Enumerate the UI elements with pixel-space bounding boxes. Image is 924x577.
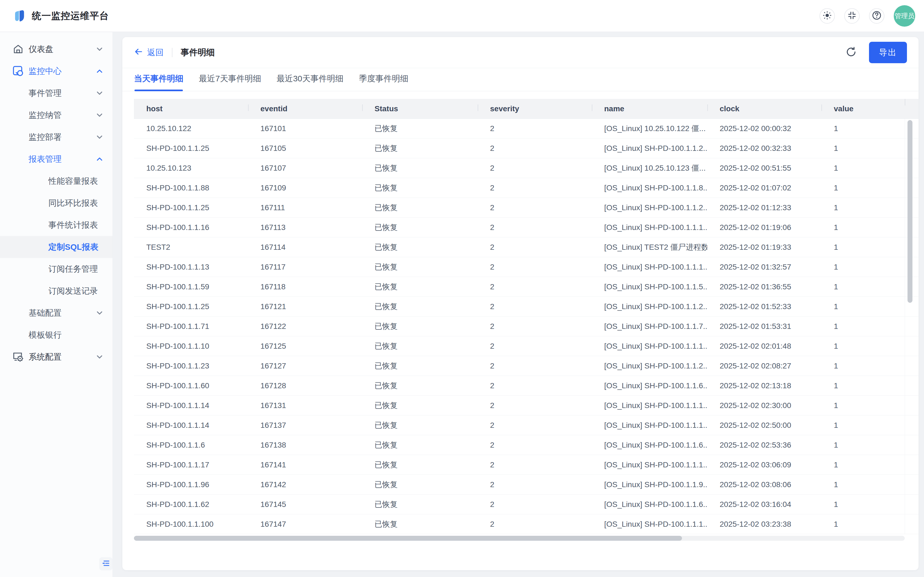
cell-name: [OS_Linux] SH-PD-100.1.1.1...: [592, 461, 707, 469]
table-row: TEST2167114已恢复2[OS_Linux] TEST2 僵尸进程数...…: [134, 237, 919, 257]
cell-status: 已恢复: [362, 222, 478, 233]
tab-last-7-days-events[interactable]: 最近7天事件明细: [199, 73, 261, 91]
cell-host: SH-PD-100.1.1.62: [134, 500, 248, 509]
cell-clock: 2025-12-02 01:19:06: [707, 223, 821, 232]
cell-partial: [905, 316, 919, 336]
cell-severity: 2: [478, 461, 592, 469]
cell-value: 1: [821, 124, 905, 133]
cell-status: 已恢复: [362, 361, 478, 371]
sidebar-item-13[interactable]: 模板银行: [0, 324, 113, 346]
cell-name: [OS_Linux] SH-PD-100.1.1.1...: [592, 342, 707, 351]
refresh-button[interactable]: [845, 46, 858, 59]
theme-toggle-button[interactable]: [819, 8, 835, 24]
table-row: SH-PD-100.1.1.14167131已恢复2[OS_Linux] SH-…: [134, 396, 919, 416]
back-button[interactable]: 返回: [134, 47, 164, 58]
cell-name: [OS_Linux] SH-PD-100.1.1.6...: [592, 381, 707, 390]
cell-clock: 2025-12-02 01:53:31: [707, 322, 821, 331]
cell-host: SH-PD-100.1.1.71: [134, 322, 248, 331]
tab-quarter-events[interactable]: 季度事件明细: [359, 73, 409, 91]
tab-today-events[interactable]: 当天事件明细: [134, 73, 183, 91]
cell-partial: [905, 514, 919, 534]
cell-severity: 2: [478, 322, 592, 331]
table-row: SH-PD-100.1.1.60167128已恢复2[OS_Linux] SH-…: [134, 376, 919, 396]
sidebar-item-4[interactable]: 监控部署: [0, 126, 113, 148]
fullscreen-button[interactable]: [844, 8, 859, 24]
table-row: SH-PD-100.1.1.71167122已恢复2[OS_Linux] SH-…: [134, 316, 919, 336]
sidebar-item-8[interactable]: 事件统计报表: [0, 214, 113, 236]
sidebar-item-7[interactable]: 同比环比报表: [0, 192, 113, 214]
cell-clock: 2025-12-02 00:32:33: [707, 144, 821, 153]
sidebar-item-1[interactable]: 监控中心: [0, 60, 113, 82]
cell-host: SH-PD-100.1.1.13: [134, 263, 248, 271]
cell-clock: 2025-12-02 02:30:00: [707, 401, 821, 410]
monitor-center-icon: [12, 65, 24, 77]
cell-partial: [905, 416, 919, 435]
cell-clock: 2025-12-02 00:00:32: [707, 124, 821, 133]
column-header-status: Status: [362, 105, 478, 113]
cell-host: SH-PD-100.1.1.23: [134, 362, 248, 371]
chevron-down-icon: [95, 133, 104, 141]
cell-clock: 2025-12-02 01:12:33: [707, 203, 821, 212]
cell-clock: 2025-12-02 03:23:38: [707, 520, 821, 529]
cell-value: 1: [821, 362, 905, 371]
cell-status: 已恢复: [362, 341, 478, 351]
cell-host: SH-PD-100.1.1.96: [134, 480, 248, 489]
export-button[interactable]: 导出: [869, 42, 907, 63]
cell-eventid: 167101: [248, 124, 362, 133]
sidebar-item-2[interactable]: 事件管理: [0, 82, 113, 104]
cell-value: 1: [821, 203, 905, 212]
table-row: SH-PD-100.1.1.25167121已恢复2[OS_Linux] SH-…: [134, 297, 919, 316]
cell-host: SH-PD-100.1.1.25: [134, 302, 248, 311]
cell-clock: 2025-12-02 02:53:36: [707, 441, 821, 450]
table-row: SH-PD-100.1.1.59167118已恢复2[OS_Linux] SH-…: [134, 277, 919, 297]
sidebar-item-0[interactable]: 仪表盘: [0, 38, 113, 60]
cell-eventid: 167142: [248, 480, 362, 489]
cell-status: 已恢复: [362, 301, 478, 312]
table-body: 10.25.10.122167101已恢复2[OS_Linux] 10.25.1…: [134, 119, 919, 534]
cell-status: 已恢复: [362, 321, 478, 332]
table-row: 10.25.10.123167107已恢复2[OS_Linux] 10.25.1…: [134, 158, 919, 178]
table-row: SH-PD-100.1.1.17167141已恢复2[OS_Linux] SH-…: [134, 455, 919, 475]
column-header-name: name: [592, 105, 707, 113]
sidebar-item-10[interactable]: 订阅任务管理: [0, 258, 113, 280]
sidebar-item-12[interactable]: 基础配置: [0, 302, 113, 324]
sidebar-item-11[interactable]: 订阅发送记录: [0, 280, 113, 302]
cell-value: 1: [821, 302, 905, 311]
table-row: SH-PD-100.1.1.62167145已恢复2[OS_Linux] SH-…: [134, 495, 919, 514]
sidebar-item-3[interactable]: 监控纳管: [0, 104, 113, 126]
column-header-host: host: [134, 105, 248, 113]
cell-eventid: 167113: [248, 223, 362, 232]
sidebar-item-5[interactable]: 报表管理: [0, 148, 113, 170]
cell-eventid: 167122: [248, 322, 362, 331]
cell-name: [OS_Linux] SH-PD-100.1.1.2...: [592, 302, 707, 311]
cell-severity: 2: [478, 243, 592, 252]
cell-severity: 2: [478, 223, 592, 232]
cell-name: [OS_Linux] SH-PD-100.1.1.1...: [592, 223, 707, 232]
chevron-down-icon: [95, 309, 104, 317]
chevron-down-icon: [95, 89, 104, 97]
cell-host: SH-PD-100.1.1.10: [134, 342, 248, 351]
cell-value: 1: [821, 441, 905, 450]
content-card: 返回 事件明细 导出 当天事件明细 最近7天事件明细 最近30天事件明细 季度事…: [123, 37, 919, 570]
cell-status: 已恢复: [362, 203, 478, 213]
cell-name: [OS_Linux] TEST2 僵尸进程数...: [592, 242, 707, 253]
collapse-sidebar-button[interactable]: [99, 557, 113, 571]
vertical-scrollbar[interactable]: [908, 120, 913, 303]
sidebar-item-6[interactable]: 性能容量报表: [0, 170, 113, 192]
sidebar-item-14[interactable]: 系统配置: [0, 346, 113, 368]
user-avatar[interactable]: 管理员: [894, 5, 915, 27]
sidebar-item-9[interactable]: 定制SQL报表: [0, 236, 113, 258]
cell-eventid: 167137: [248, 421, 362, 430]
cell-severity: 2: [478, 381, 592, 390]
cell-status: 已恢复: [362, 282, 478, 292]
cell-eventid: 167147: [248, 520, 362, 529]
tab-last-30-days-events[interactable]: 最近30天事件明细: [277, 73, 344, 91]
cell-severity: 2: [478, 401, 592, 410]
cell-value: 1: [821, 164, 905, 172]
cell-status: 已恢复: [362, 420, 478, 430]
cell-eventid: 167141: [248, 461, 362, 469]
table-row: SH-PD-100.1.1.6167138已恢复2[OS_Linux] SH-P…: [134, 435, 919, 455]
help-button[interactable]: [869, 8, 884, 24]
horizontal-scrollbar[interactable]: [134, 536, 682, 541]
sidebar-nav: 仪表盘 监控中心 事件管理 监控纳管 监控部署 报表管理 性能容量报表 同比环比…: [0, 32, 113, 368]
